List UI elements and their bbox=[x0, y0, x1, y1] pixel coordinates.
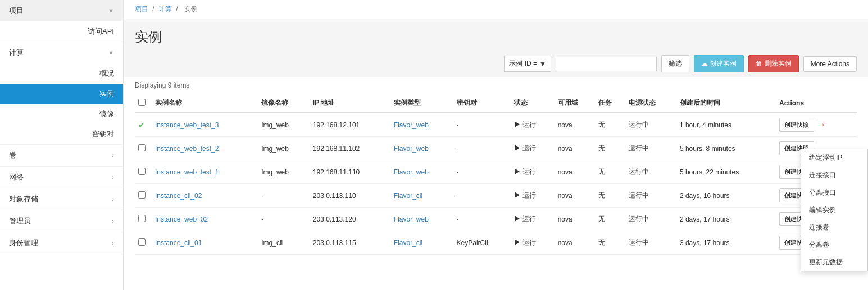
instance-name-link[interactable]: Instance_cli_02 bbox=[155, 192, 202, 200]
table-row: Instance_cli_01Img_cli203.0.113.115Flavo… bbox=[135, 231, 857, 255]
row-checkbox[interactable] bbox=[138, 191, 146, 199]
col-header-az: 可用域 bbox=[555, 94, 595, 113]
instances-table: 实例名称 镜像名称 IP 地址 实例类型 密钥对 状态 可用域 任务 电源状态 … bbox=[135, 94, 857, 255]
filter-dropdown-icon: ▼ bbox=[539, 60, 546, 68]
col-header-keypair: 密钥对 bbox=[453, 94, 511, 113]
main-content: 项目 / 计算 / 实例 实例 示例 ID = ▼ 筛选 ☁ 创建实例 🗑 删除… bbox=[124, 0, 868, 290]
chevron-right-icon: › bbox=[112, 196, 114, 202]
object-storage-label: 对象存储 bbox=[9, 194, 38, 204]
dropdown-menu-item[interactable]: 连接卷 bbox=[801, 219, 867, 236]
breadcrumb-project[interactable]: 项目 bbox=[135, 5, 148, 13]
actions-dropdown-menu: 绑定浮动IP连接接口分离接口编辑实例连接卷分离卷更新元数据 bbox=[801, 149, 868, 271]
sidebar-item-admin[interactable]: 管理员 › bbox=[0, 210, 123, 232]
chevron-down-icon: ▼ bbox=[108, 7, 114, 14]
flavor-link[interactable]: Flavor_web bbox=[394, 121, 429, 129]
table-area: Displaying 9 items 实例名称 镜像名称 IP 地址 实例类型 … bbox=[124, 77, 868, 290]
checked-icon: ✔ bbox=[138, 121, 145, 130]
chevron-right-icon: › bbox=[112, 218, 114, 224]
create-instance-button[interactable]: ☁ 创建实例 bbox=[694, 55, 744, 72]
table-row: Instance_cli_02-203.0.113.110Flavor_cli-… bbox=[135, 184, 857, 208]
dropdown-menu-item[interactable]: 编辑实例 bbox=[801, 201, 867, 219]
flavor-link[interactable]: Flavor_cli bbox=[394, 239, 422, 247]
dropdown-menu-item[interactable]: 绑定浮动IP bbox=[801, 149, 867, 167]
instance-name-link[interactable]: Instance_web_test_1 bbox=[155, 168, 219, 176]
sidebar-item-keypairs[interactable]: 密钥对 bbox=[0, 124, 123, 144]
page-header: 实例 bbox=[124, 19, 868, 50]
table-row: Instance_web_test_1Img_web192.168.11.110… bbox=[135, 160, 857, 184]
cloud-icon: ☁ bbox=[701, 59, 710, 67]
more-actions-button[interactable]: More Actions bbox=[803, 56, 857, 72]
filter-button[interactable]: 筛选 bbox=[661, 55, 689, 72]
flavor-link[interactable]: Flavor_web bbox=[394, 145, 429, 153]
status-badge: ▶ 运行 bbox=[514, 191, 536, 199]
sidebar-item-object-storage[interactable]: 对象存储 › bbox=[0, 188, 123, 210]
admin-label: 管理员 bbox=[9, 216, 31, 226]
breadcrumb-instances: 实例 bbox=[184, 5, 198, 13]
col-header-ip: IP 地址 bbox=[310, 94, 390, 113]
network-label: 网络 bbox=[9, 172, 24, 182]
col-header-image: 镜像名称 bbox=[258, 94, 310, 113]
status-badge: ▶ 运行 bbox=[514, 168, 536, 176]
delete-instance-button[interactable]: 🗑 删除实例 bbox=[748, 55, 798, 72]
compute-label: 计算 bbox=[9, 48, 24, 58]
sidebar-item-access-api[interactable]: 访问API bbox=[0, 21, 123, 42]
status-badge: ▶ 运行 bbox=[514, 215, 536, 223]
filter-select-label: 示例 ID = bbox=[509, 59, 537, 68]
row-checkbox[interactable] bbox=[138, 144, 146, 151]
filter-input[interactable] bbox=[556, 57, 657, 71]
row-checkbox[interactable] bbox=[138, 215, 146, 222]
sidebar-item-compute[interactable]: 计算 ▼ bbox=[0, 42, 123, 63]
status-badge: ▶ 运行 bbox=[514, 144, 536, 152]
status-badge: ▶ 运行 bbox=[514, 121, 536, 128]
chevron-right-icon: › bbox=[112, 152, 114, 159]
arrow-indicator: → bbox=[816, 119, 826, 130]
volumes-label: 卷 bbox=[9, 150, 16, 160]
sidebar-item-network[interactable]: 网络 › bbox=[0, 167, 123, 188]
col-header-status: 状态 bbox=[511, 94, 554, 113]
project-label: 项目 bbox=[9, 6, 24, 16]
table-row: Instance_web_test_2Img_web192.168.11.102… bbox=[135, 137, 857, 160]
col-header-time: 创建后的时间 bbox=[676, 94, 776, 113]
sidebar-item-overview[interactable]: 概况 bbox=[0, 63, 123, 84]
table-row: ✔Instance_web_test_3Img_web192.168.12.10… bbox=[135, 113, 857, 137]
row-checkbox[interactable] bbox=[138, 238, 146, 246]
sidebar-item-volumes[interactable]: 卷 › bbox=[0, 145, 123, 166]
instance-name-link[interactable]: Instance_web_test_3 bbox=[155, 121, 219, 129]
chevron-down-icon: ▼ bbox=[108, 49, 114, 56]
sidebar: 项目 ▼ 访问API 计算 ▼ 概况 实例 镜像 密钥对 卷 › 网络 bbox=[0, 0, 124, 290]
status-badge: ▶ 运行 bbox=[514, 238, 536, 246]
chevron-right-icon: › bbox=[112, 174, 114, 181]
filter-select[interactable]: 示例 ID = ▼ bbox=[504, 56, 551, 72]
page-title: 实例 bbox=[135, 28, 857, 46]
dropdown-menu-item[interactable]: 连接接口 bbox=[801, 167, 867, 184]
col-header-flavor: 实例类型 bbox=[390, 94, 453, 113]
breadcrumb: 项目 / 计算 / 实例 bbox=[124, 0, 868, 19]
sidebar-item-project[interactable]: 项目 ▼ bbox=[0, 0, 123, 21]
col-header-power: 电源状态 bbox=[625, 94, 676, 113]
trash-icon: 🗑 bbox=[756, 59, 764, 67]
dropdown-menu-item[interactable]: 分离接口 bbox=[801, 184, 867, 201]
dropdown-menu-item[interactable]: 更新元数据 bbox=[801, 254, 867, 271]
col-header-name: 实例名称 bbox=[152, 94, 258, 113]
create-snapshot-button[interactable]: 创建快照 bbox=[779, 118, 814, 132]
select-all-checkbox[interactable] bbox=[138, 99, 146, 106]
toolbar: 示例 ID = ▼ 筛选 ☁ 创建实例 🗑 删除实例 More Actions bbox=[124, 50, 868, 77]
breadcrumb-compute[interactable]: 计算 bbox=[158, 5, 172, 13]
col-header-actions: Actions bbox=[776, 94, 857, 113]
table-row: Instance_web_02-203.0.113.120Flavor_web-… bbox=[135, 208, 857, 231]
display-count: Displaying 9 items bbox=[135, 77, 857, 94]
flavor-link[interactable]: Flavor_cli bbox=[394, 192, 422, 200]
instance-name-link[interactable]: Instance_web_test_2 bbox=[155, 145, 219, 153]
flavor-link[interactable]: Flavor_web bbox=[394, 215, 429, 223]
col-header-task: 任务 bbox=[595, 94, 625, 113]
sidebar-item-images[interactable]: 镜像 bbox=[0, 104, 123, 124]
row-checkbox[interactable] bbox=[138, 168, 146, 175]
sidebar-item-instances[interactable]: 实例 bbox=[0, 84, 123, 104]
chevron-right-icon: › bbox=[112, 240, 114, 246]
instance-name-link[interactable]: Instance_web_02 bbox=[155, 215, 208, 223]
instance-name-link[interactable]: Instance_cli_01 bbox=[155, 239, 202, 247]
dropdown-menu-item[interactable]: 分离卷 bbox=[801, 236, 867, 254]
identity-label: 身份管理 bbox=[9, 238, 38, 248]
flavor-link[interactable]: Flavor_web bbox=[394, 168, 429, 176]
sidebar-item-identity[interactable]: 身份管理 › bbox=[0, 232, 123, 254]
